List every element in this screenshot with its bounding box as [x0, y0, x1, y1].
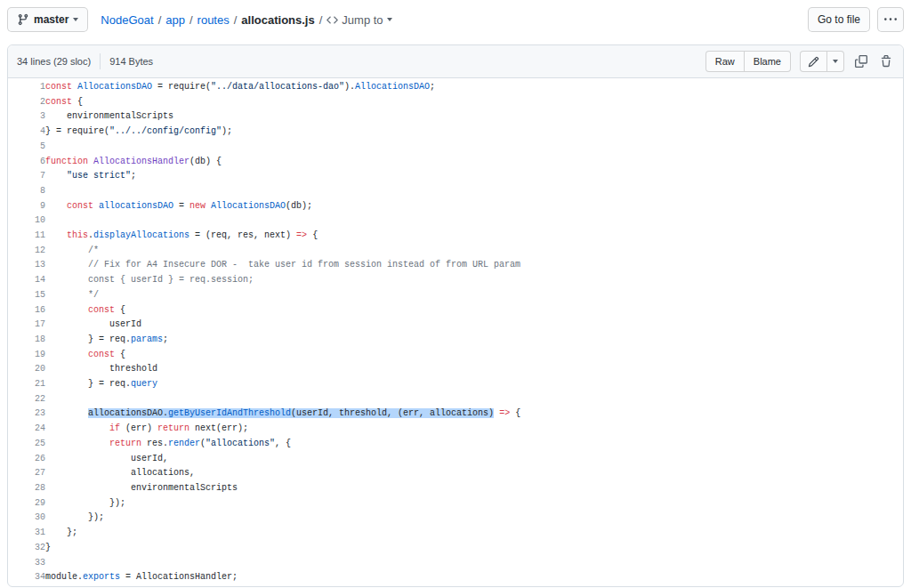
code-line: 25 return res.render("allocations", { [8, 437, 903, 452]
line-number[interactable]: 14 [8, 273, 45, 288]
line-number[interactable]: 2 [8, 95, 45, 110]
delete-file-button[interactable] [878, 53, 894, 69]
code-line: 2const { [8, 95, 903, 110]
caret-down-icon [387, 18, 392, 21]
line-number[interactable]: 18 [8, 333, 45, 348]
file-view: 34 lines (29 sloc) 914 Bytes Raw Blame [7, 44, 904, 587]
code-line: 21 } = req.query [8, 377, 903, 392]
code-line-content: const allocationsDAO = new AllocationsDA… [45, 199, 903, 214]
line-number[interactable]: 32 [8, 541, 45, 556]
code-line-content: const AllocationsDAO = require("../data/… [45, 80, 903, 95]
breadcrumb-dir-link-routes[interactable]: routes [198, 13, 230, 27]
line-number[interactable]: 8 [8, 184, 45, 199]
line-number[interactable]: 12 [8, 244, 45, 259]
branch-selector-button[interactable]: master [7, 7, 88, 32]
code-line-content: }; [45, 526, 903, 541]
copy-file-button[interactable] [853, 53, 869, 69]
line-number[interactable]: 25 [8, 437, 45, 452]
blame-button[interactable]: Blame [744, 51, 791, 72]
file-size: 914 Bytes [109, 56, 153, 67]
code-line: 24 if (err) return next(err); [8, 422, 903, 437]
code-line-content: this.displayAllocations = (req, res, nex… [45, 229, 903, 244]
breadcrumb-separator: / [234, 13, 238, 27]
line-number[interactable]: 30 [8, 511, 45, 526]
line-number[interactable]: 10 [8, 213, 45, 229]
line-number[interactable]: 24 [8, 422, 45, 437]
topbar-actions: Go to file [808, 7, 904, 32]
code-line-content: environmentalScripts [45, 481, 903, 496]
file-actions: Raw Blame [705, 51, 894, 72]
line-number[interactable]: 13 [8, 258, 45, 273]
line-number[interactable]: 29 [8, 496, 45, 511]
git-branch-icon [17, 13, 29, 26]
line-number[interactable]: 4 [8, 125, 45, 140]
line-number[interactable]: 31 [8, 526, 45, 541]
code-line: 5 [8, 140, 903, 155]
code-line: 32} [8, 541, 903, 556]
code-icon [327, 14, 338, 26]
code-line: 29 }); [8, 496, 903, 511]
line-number[interactable]: 27 [8, 466, 45, 481]
line-number[interactable]: 5 [8, 140, 45, 155]
github-file-page: master NodeGoat / app / routes / allocat… [0, 0, 911, 588]
file-navigation-bar: master NodeGoat / app / routes / allocat… [7, 7, 904, 32]
edit-file-button[interactable] [800, 51, 827, 72]
code-line-content: environmentalScripts [45, 109, 903, 125]
edit-dropdown-button[interactable] [826, 51, 844, 72]
file-lines-info: 34 lines (29 sloc) [17, 56, 91, 67]
code-line-content: allocationsDAO.getByUserIdAndThreshold(u… [45, 407, 903, 422]
code-line: 26 userId, [8, 452, 903, 467]
code-line-content: /* [45, 244, 903, 259]
raw-button[interactable]: Raw [705, 51, 745, 72]
breadcrumb-repo-link[interactable]: NodeGoat [101, 13, 153, 27]
code-line: 28 environmentalScripts [8, 481, 903, 496]
code-line-content [45, 556, 903, 571]
code-line-content: const { [45, 95, 903, 110]
line-number[interactable]: 7 [8, 169, 45, 184]
line-number[interactable]: 17 [8, 318, 45, 333]
code-line: 19 const { [8, 348, 903, 363]
divider [100, 53, 101, 69]
code-table: 1const AllocationsDAO = require("../data… [8, 80, 903, 585]
code-line-content: */ [45, 288, 903, 303]
line-number[interactable]: 1 [8, 80, 45, 95]
raw-blame-group: Raw Blame [705, 51, 791, 72]
line-number[interactable]: 21 [8, 377, 45, 392]
breadcrumb-dir-link-app[interactable]: app [165, 13, 185, 27]
go-to-file-button[interactable]: Go to file [808, 7, 870, 32]
more-options-button[interactable] [877, 7, 904, 32]
code-line: 1const AllocationsDAO = require("../data… [8, 80, 903, 95]
line-number[interactable]: 15 [8, 288, 45, 303]
line-number[interactable]: 23 [8, 407, 45, 422]
code-area: 1const AllocationsDAO = require("../data… [8, 78, 903, 585]
line-number[interactable]: 20 [8, 362, 45, 377]
code-line: 31 }; [8, 526, 903, 541]
line-number[interactable]: 19 [8, 348, 45, 363]
line-number[interactable]: 26 [8, 452, 45, 467]
code-line-content: module.exports = AllocationsHandler; [45, 570, 903, 585]
code-line: 3 environmentalScripts [8, 109, 903, 125]
code-line: 34module.exports = AllocationsHandler; [8, 570, 903, 585]
line-number[interactable]: 3 [8, 109, 45, 125]
code-line-content [45, 184, 903, 199]
breadcrumb-current-file: allocations.js [241, 13, 314, 27]
line-number[interactable]: 6 [8, 155, 45, 170]
code-line-content: allocations, [45, 466, 903, 481]
code-line: 6function AllocationsHandler(db) { [8, 155, 903, 170]
kebab-icon [884, 13, 897, 26]
line-number[interactable]: 16 [8, 303, 45, 318]
line-number[interactable]: 11 [8, 229, 45, 244]
line-number[interactable]: 34 [8, 570, 45, 585]
line-number[interactable]: 22 [8, 392, 45, 407]
jump-to-dropdown[interactable]: Jump to [327, 13, 391, 27]
line-number[interactable]: 33 [8, 556, 45, 571]
code-line-content: function AllocationsHandler(db) { [45, 155, 903, 170]
code-line-content: }); [45, 511, 903, 526]
code-line-content: userId, [45, 452, 903, 467]
code-line: 9 const allocationsDAO = new Allocations… [8, 199, 903, 214]
code-line-content: const { [45, 303, 903, 318]
code-line-content: } = req.params; [45, 333, 903, 348]
caret-down-icon [73, 18, 78, 21]
line-number[interactable]: 9 [8, 199, 45, 214]
line-number[interactable]: 28 [8, 481, 45, 496]
